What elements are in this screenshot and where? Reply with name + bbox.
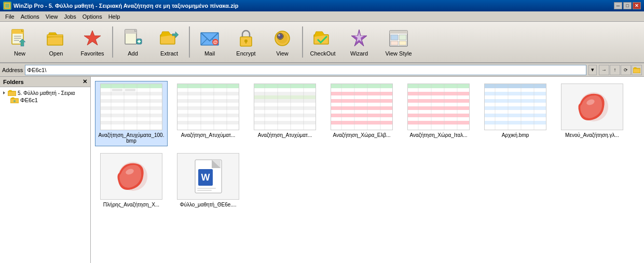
svg-rect-58 — [101, 121, 162, 124]
svg-rect-116 — [408, 88, 469, 92]
svg-rect-1 — [5, 4, 9, 8]
svg-rect-7 — [14, 40, 19, 41]
svg-rect-131 — [485, 84, 546, 88]
svg-rect-99 — [331, 84, 392, 88]
menu-actions[interactable]: Actions — [18, 12, 43, 21]
extract-button[interactable]: Extract — [152, 24, 187, 60]
svg-rect-5 — [14, 36, 21, 37]
open-button[interactable]: Open — [38, 24, 74, 60]
menu-file[interactable]: File — [2, 12, 18, 21]
extract-icon — [158, 27, 180, 49]
folder-item-root[interactable]: 5. Φύλλο μαθητή - Σειρια — [2, 89, 88, 96]
minimize-button[interactable]: ─ — [614, 2, 622, 9]
file-item[interactable]: Πλήρης_Αναζήτηση_Χ... — [95, 150, 168, 210]
file-item[interactable]: Αναζήτηση_Χώρα_Ελβ... — [325, 81, 398, 146]
svg-marker-43 — [3, 91, 5, 94]
svg-rect-134 — [485, 95, 546, 99]
file-thumbnail — [484, 84, 546, 130]
file-item[interactable]: Αναζήτηση_Ατυχύματα_100.bmp — [95, 81, 168, 146]
file-thumbnail — [407, 84, 470, 130]
svg-rect-92 — [254, 117, 316, 121]
new-button[interactable]: New — [2, 24, 37, 60]
wizard-icon — [348, 27, 370, 49]
svg-rect-104 — [331, 103, 392, 106]
file-item[interactable]: Αρχική.bmp — [479, 81, 552, 146]
expand-icon — [2, 91, 6, 95]
svg-rect-27 — [245, 41, 246, 44]
file-name: Αναζήτηση_Χώρα_Ελβ... — [333, 132, 390, 138]
mail-button[interactable]: @ Mail — [192, 24, 227, 60]
new-label: New — [14, 50, 25, 57]
svg-rect-71 — [177, 99, 239, 103]
svg-rect-90 — [254, 110, 316, 114]
svg-rect-76 — [177, 117, 239, 121]
svg-rect-52 — [101, 99, 162, 103]
file-thumbnail — [177, 84, 239, 130]
file-item[interactable]: Μενού_Αναζήτηση.γλ... — [556, 81, 628, 146]
viewstyle-button[interactable]: View Style — [378, 24, 419, 60]
svg-text:W: W — [201, 172, 210, 183]
svg-rect-91 — [254, 114, 316, 117]
file-item[interactable]: Αναζήτηση_Ατυχύματ... — [249, 81, 321, 146]
svg-rect-6 — [14, 38, 21, 39]
svg-rect-141 — [485, 121, 546, 124]
file-name: Αρχική.bmp — [502, 132, 529, 138]
svg-rect-93 — [254, 121, 316, 124]
svg-rect-108 — [331, 117, 392, 121]
file-item[interactable]: Αναζήτηση_Ατυχύματ... — [172, 81, 244, 146]
svg-rect-42 — [633, 68, 640, 73]
folder-item-child[interactable]: ΦΕ6c1 — [10, 96, 88, 104]
main-area: Folders ✕ 5. Φύλλο μαθητή - Σειρια — [0, 77, 644, 263]
address-input[interactable] — [25, 65, 586, 75]
content-area: Αναζήτηση_Ατυχύματα_100.bmp — [91, 77, 644, 263]
svg-rect-38 — [391, 35, 398, 40]
svg-rect-132 — [485, 88, 546, 92]
file-item[interactable]: Αναζήτηση_Χώρα_Ιταλ... — [402, 81, 475, 146]
file-thumbnail — [331, 84, 393, 130]
svg-rect-50 — [101, 92, 162, 95]
close-button[interactable]: ✕ — [633, 2, 641, 9]
menu-options[interactable]: Options — [79, 12, 105, 21]
view-button[interactable]: View — [265, 24, 300, 60]
svg-rect-122 — [408, 110, 469, 114]
encrypt-button[interactable]: Encrypt — [228, 24, 264, 60]
checkout-button[interactable]: CheckOut — [305, 24, 340, 60]
svg-rect-54 — [101, 106, 162, 110]
svg-rect-67 — [177, 84, 239, 88]
mail-icon: @ — [199, 27, 221, 49]
winzip-icon — [3, 2, 11, 10]
nav-refresh-button[interactable]: ⟳ — [621, 65, 631, 75]
encrypt-icon — [235, 27, 257, 49]
add-label: Add — [128, 50, 138, 57]
file-name: Αναζήτηση_Ατυχύματ... — [181, 132, 236, 138]
nav-up-button[interactable]: ↑ — [610, 65, 620, 75]
svg-rect-133 — [485, 92, 546, 95]
favorites-button[interactable]: Favorites — [75, 24, 110, 60]
viewstyle-icon — [388, 27, 409, 49]
nav-folders-button[interactable] — [632, 65, 642, 75]
svg-rect-64 — [112, 89, 122, 91]
address-dropdown[interactable]: ▾ — [588, 65, 597, 75]
svg-rect-41 — [399, 41, 406, 45]
svg-rect-37 — [390, 31, 407, 34]
file-name: Μενού_Αναζήτηση.γλ... — [565, 132, 619, 138]
address-label: Address — [2, 67, 23, 73]
file-item[interactable]: W Φύλλο_μαθητή_ΘΕ6e.... — [172, 150, 244, 210]
folders-close-button[interactable]: ✕ — [83, 78, 87, 85]
menu-help[interactable]: Help — [105, 12, 124, 21]
svg-rect-65 — [125, 89, 135, 91]
viewstyle-label: View Style — [385, 50, 412, 57]
svg-rect-156 — [197, 190, 212, 191]
wizard-button[interactable]: Wizard — [341, 24, 377, 60]
address-nav-buttons: → ↑ ⟳ — [599, 65, 642, 75]
nav-go-button[interactable]: → — [599, 65, 609, 75]
svg-rect-85 — [254, 92, 316, 95]
favorites-label: Favorites — [80, 50, 104, 57]
menu-jobs[interactable]: Jobs — [61, 12, 79, 21]
svg-rect-40 — [391, 41, 398, 45]
file-name: Αναζήτηση_Ατυχύματα_100.bmp — [98, 132, 165, 144]
add-button[interactable]: Add — [115, 24, 150, 60]
menu-view[interactable]: View — [43, 12, 61, 21]
maximize-button[interactable]: □ — [623, 2, 632, 9]
svg-rect-89 — [254, 106, 316, 110]
